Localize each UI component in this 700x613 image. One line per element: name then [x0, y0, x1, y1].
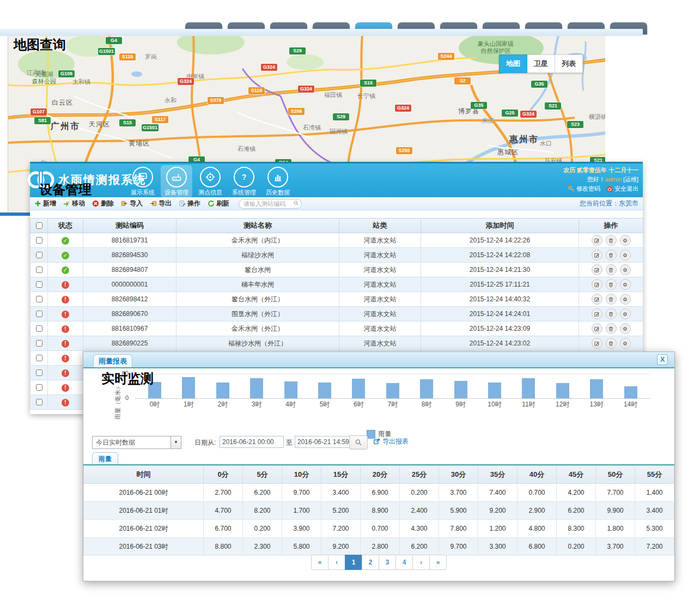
status-ok-icon: ✓	[62, 266, 69, 274]
tab-rain-report[interactable]: 雨量报表	[93, 354, 132, 368]
config-button[interactable]	[620, 250, 631, 260]
data-type-select[interactable]: 今日实时数据 ▼	[92, 436, 181, 449]
x-tick-label: 14时	[614, 400, 647, 409]
page-button-3[interactable]: 3	[379, 555, 396, 570]
date-from-input[interactable]	[220, 436, 284, 448]
config-button[interactable]	[620, 323, 631, 334]
map-view-button[interactable]: 卫星	[527, 54, 555, 73]
subtab-rain[interactable]: 雨量	[92, 452, 118, 465]
x-tick-label: 10时	[478, 400, 511, 409]
table-cell: 金禾水闸（内江）	[176, 233, 339, 248]
toolbar-button-移动[interactable]: 移动	[63, 199, 85, 208]
x-tick-label: 1时	[172, 400, 205, 409]
edit-icon	[594, 252, 600, 258]
x-tick-label: 7时	[376, 400, 409, 409]
delete-button[interactable]	[606, 338, 617, 349]
gear-icon	[622, 296, 628, 302]
road-shield: S21	[545, 102, 561, 110]
edit-button[interactable]	[592, 279, 602, 290]
nav-item-展示系统[interactable]: 展示系统	[127, 165, 159, 198]
next-page-button[interactable]: ›	[412, 555, 430, 570]
report-tabstrip: 雨量报表 X	[83, 352, 674, 367]
station-search-input[interactable]	[239, 199, 302, 209]
edit-button[interactable]	[592, 338, 602, 349]
map-label: 东江	[481, 117, 493, 125]
edit-button[interactable]	[592, 250, 602, 260]
row-checkbox[interactable]	[36, 340, 42, 347]
delete-button[interactable]	[606, 308, 617, 319]
first-page-button[interactable]: «	[311, 555, 328, 570]
delete-button[interactable]	[606, 250, 617, 260]
delete-button[interactable]	[606, 264, 617, 275]
edit-button[interactable]	[592, 308, 602, 319]
rain-column-header: 45分	[557, 466, 596, 484]
nav-item-历史数据[interactable]: 历史数据	[262, 165, 294, 198]
row-checkbox[interactable]	[36, 325, 42, 332]
toolbar-button-刷新[interactable]: 刷新	[208, 199, 229, 208]
config-button[interactable]	[620, 294, 631, 305]
config-button[interactable]	[620, 308, 631, 319]
delete-button[interactable]	[606, 279, 617, 290]
nav-item-系统管理[interactable]: ?系统管理	[228, 165, 260, 198]
change-password-link[interactable]: 修改密码	[568, 184, 600, 193]
page-button-2[interactable]: 2	[362, 555, 379, 570]
toolbar-button-操作[interactable]: 操作	[179, 199, 200, 208]
close-icon[interactable]: X	[657, 354, 668, 365]
config-button[interactable]	[620, 264, 631, 275]
edit-button[interactable]	[592, 264, 602, 275]
prev-page-button[interactable]: ‹	[328, 555, 345, 570]
page-button-1[interactable]: 1	[345, 555, 362, 570]
key-icon	[568, 186, 575, 192]
logout-link[interactable]: 安全退出	[606, 184, 638, 193]
row-checkbox[interactable]	[36, 355, 42, 361]
row-checkbox[interactable]	[36, 311, 42, 317]
toolbar-button-导入[interactable]: 导入	[121, 199, 143, 208]
trash-icon	[608, 252, 614, 258]
bar-9时	[454, 381, 467, 398]
map-label: 白云区	[52, 98, 73, 107]
select-all-checkbox[interactable]	[36, 222, 42, 229]
status-alert-icon: !	[62, 311, 69, 318]
chevron-down-icon[interactable]: ▼	[171, 436, 181, 448]
toolbar-button-删除[interactable]: 删除	[92, 199, 114, 208]
last-page-button[interactable]: »	[429, 555, 447, 570]
config-button[interactable]	[620, 235, 631, 246]
map-view-button[interactable]: 列表	[555, 54, 583, 73]
edit-icon	[594, 238, 600, 244]
row-checkbox[interactable]	[36, 252, 42, 258]
road-shield: S23	[567, 121, 583, 128]
page-button-4[interactable]: 4	[395, 555, 413, 570]
delete-button[interactable]	[606, 323, 617, 334]
rain-table-cell: 7.200	[635, 538, 674, 556]
toolbar-button-导出[interactable]: 导出	[150, 199, 172, 208]
map-label: 惠州市	[509, 134, 539, 145]
nav-item-测点信息[interactable]: 测点信息	[194, 165, 226, 198]
table-row: !8826890225福禄沙水闸（外江）河道水文站2015-12-24 14:2…	[31, 336, 643, 351]
row-checkbox[interactable]	[36, 369, 42, 376]
search-button[interactable]	[349, 435, 368, 450]
rain-table-cell: 3.400	[635, 502, 674, 520]
config-button[interactable]	[620, 279, 631, 290]
row-checkbox[interactable]	[36, 266, 42, 273]
row-checkbox[interactable]	[36, 399, 42, 405]
map-view-button[interactable]: 地图	[499, 54, 527, 73]
export-report-link[interactable]: 导出报表	[373, 437, 409, 446]
edit-button[interactable]	[592, 323, 602, 334]
rain-table-cell: 3.900	[282, 520, 321, 538]
nav-item-设备管理[interactable]: 设备管理	[161, 165, 192, 198]
row-checkbox[interactable]	[36, 296, 42, 302]
edit-button[interactable]	[592, 235, 602, 246]
edit-button[interactable]	[592, 294, 602, 305]
delete-button[interactable]	[606, 294, 617, 305]
delete-button[interactable]	[606, 235, 617, 246]
config-button[interactable]	[620, 338, 631, 349]
rain-column-header: 35分	[478, 466, 518, 484]
row-checkbox[interactable]	[36, 384, 42, 391]
map-view-switcher: 地图卫星列表	[499, 54, 583, 73]
search-icon[interactable]	[293, 200, 299, 206]
toolbar-button-新增[interactable]: 新增	[34, 199, 56, 208]
row-checkbox[interactable]	[36, 281, 42, 288]
row-checkbox[interactable]	[36, 237, 42, 244]
rain-table-cell: 4.700	[204, 502, 243, 520]
x-tick-label: 2时	[206, 400, 239, 409]
